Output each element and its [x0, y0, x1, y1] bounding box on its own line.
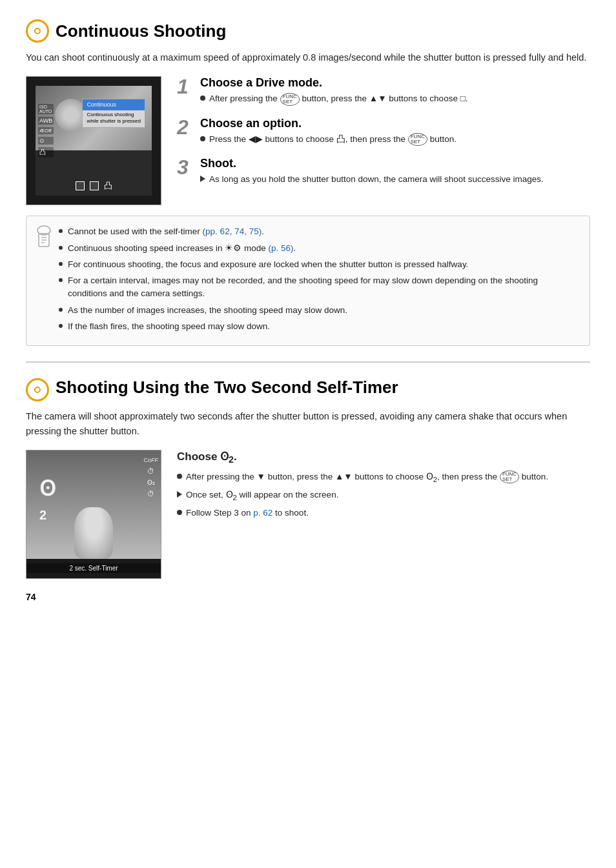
- cam1-grid-icon: 凸: [104, 180, 112, 192]
- cam2-label-text: 2 sec. Self-Timer: [26, 563, 161, 573]
- cam1-drive-icon: 凸: [38, 147, 54, 157]
- step2-bullet-1: Press the ◀▶ buttons to choose 凸, then p…: [200, 133, 457, 146]
- note-dot-4: [59, 278, 63, 282]
- icon-inner-circle-2: [34, 387, 41, 393]
- section2-bullets: After pressing the ▼ button, press the ▲…: [177, 470, 590, 520]
- cam2-person-silhouette: [74, 507, 113, 559]
- note-text-1: Cannot be used with the self-timer (pp. …: [68, 225, 264, 238]
- step2-number: 2: [177, 117, 195, 137]
- step2-content: Choose an option. Press the ◀▶ buttons t…: [200, 117, 457, 148]
- section1-content-row: P ISOAUTO AWB ÆOff ⊙ 凸 Continuous Contin…: [26, 76, 590, 205]
- section2-bullet-1: After pressing the ▼ button, press the ▲…: [177, 470, 590, 485]
- continuous-shooting-icon: [26, 19, 49, 43]
- step1-bullet-1-text: After pressing the FUNCSET button, press…: [209, 92, 468, 105]
- section1-steps: 1 Choose a Drive mode. After pressing th…: [177, 76, 590, 205]
- note-text-5: As the number of images increases, the s…: [68, 304, 347, 317]
- s2-bullet-1-text: After pressing the ▼ button, press the ▲…: [186, 470, 548, 485]
- note-item-6: If the flash fires, the shooting speed m…: [59, 320, 579, 333]
- section2-bullet-2: Once set, ʘ2 will appear on the screen.: [177, 489, 590, 503]
- step2-bullets: Press the ◀▶ buttons to choose 凸, then p…: [200, 133, 457, 146]
- step2-block: 2 Choose an option. Press the ◀▶ buttons…: [177, 117, 590, 148]
- section1-title-row: Continuous Shooting: [26, 19, 590, 43]
- step3-content: Shoot. As long as you hold the shutter b…: [200, 157, 544, 188]
- cam1-aoff-icon: ÆOff: [38, 127, 54, 134]
- cam2-self-timer-icon-2: ⏱: [147, 490, 154, 498]
- note-text-4: For a certain interval, images may not b…: [68, 274, 579, 301]
- note-dot-5: [59, 308, 63, 312]
- cam2-coff-icon: CoFF: [143, 457, 158, 463]
- section1-intro: You can shoot continuously at a maximum …: [26, 50, 590, 65]
- cam1-iso-icon: ISOAUTO: [38, 104, 54, 114]
- note-item-4: For a certain interval, images may not b…: [59, 274, 579, 301]
- icon-inner-circle: [34, 28, 41, 34]
- section2-intro: The camera will shoot approximately two …: [26, 409, 590, 438]
- step3-bullets: As long as you hold the shutter button d…: [200, 173, 544, 186]
- step1-heading: Choose a Drive mode.: [200, 76, 468, 90]
- self-timer-section-icon: [26, 378, 49, 401]
- step3-bullet-1-text: As long as you hold the shutter button d…: [209, 173, 544, 186]
- bullet-circle-icon-2: [200, 136, 205, 141]
- cam1-overlay-menu: Continuous Continuous shootingwhile shut…: [82, 99, 145, 127]
- cam1-wb-icon: AWB: [38, 117, 54, 125]
- section1-continuous-shooting: Continuous Shooting You can shoot contin…: [26, 19, 590, 346]
- cam1-sidebar-left: ISOAUTO AWB ÆOff ⊙ 凸: [38, 104, 54, 157]
- section2-self-timer: Shooting Using the Two Second Self-Timer…: [26, 378, 590, 579]
- s2-bullet-triangle: [177, 491, 182, 498]
- note-dot-3: [59, 262, 63, 266]
- step3-bullet-1: As long as you hold the shutter button d…: [200, 173, 544, 186]
- step1-content: Choose a Drive mode. After pressing the …: [200, 76, 468, 107]
- func-btn-icon-2: FUNCSET: [408, 133, 427, 146]
- note-text-2: Continuous shooting speed increases in ☀…: [68, 242, 296, 255]
- section1-heading: Continuous Shooting: [56, 21, 226, 41]
- s2-bullet-circle-2: [177, 510, 182, 515]
- cam1-bottom-icon-1: [76, 181, 85, 190]
- bullet-circle-icon: [200, 96, 205, 101]
- note-dot-6: [59, 324, 63, 328]
- note-text-3: For continuous shooting, the focus and e…: [68, 258, 468, 271]
- step3-block: 3 Shoot. As long as you hold the shutter…: [177, 157, 590, 188]
- func-btn-icon-3: FUNCSET: [500, 470, 519, 483]
- s2-bullet-3-text: Follow Step 3 on p. 62 to shoot.: [186, 507, 309, 520]
- cam2-timer2-icon: ʘ₂: [147, 479, 155, 486]
- step1-bullet-1: After pressing the FUNCSET button, press…: [200, 92, 468, 105]
- step1-block: 1 Choose a Drive mode. After pressing th…: [177, 76, 590, 107]
- section2-bullet-3: Follow Step 3 on p. 62 to shoot.: [177, 507, 590, 520]
- note-item-3: For continuous shooting, the focus and e…: [59, 258, 579, 271]
- page-number: 74: [26, 592, 590, 602]
- s2-bullet-circle-1: [177, 474, 182, 479]
- notes-list: Cannot be used with the self-timer (pp. …: [59, 225, 579, 333]
- note-dot-1: [59, 229, 63, 233]
- step3-number: 3: [177, 157, 195, 177]
- section-divider: [26, 361, 590, 363]
- s2-page-link[interactable]: p. 62: [253, 508, 272, 518]
- section1-camera-image: P ISOAUTO AWB ÆOff ⊙ 凸 Continuous Contin…: [26, 76, 161, 205]
- note-link-2[interactable]: (p. 56): [268, 243, 293, 253]
- step2-bullet-1-text: Press the ◀▶ buttons to choose 凸, then p…: [209, 133, 457, 146]
- step2-heading: Choose an option.: [200, 117, 457, 130]
- cam1-bottom-icons: 凸: [36, 180, 152, 192]
- cam1-bottom-icon-2: [90, 181, 99, 190]
- cam2-timer-2-display: ʘ2: [39, 476, 56, 525]
- section1-notes-box: Cannot be used with the self-timer (pp. …: [26, 216, 590, 346]
- step1-bullets: After pressing the FUNCSET button, press…: [200, 92, 468, 105]
- note-text-6: If the flash fires, the shooting speed m…: [68, 320, 270, 333]
- bullet-triangle-icon: [200, 176, 205, 182]
- note-item-5: As the number of images increases, the s…: [59, 304, 579, 317]
- note-pencil-icon: [34, 225, 54, 245]
- section2-heading: Shooting Using the Two Second Self-Timer: [56, 378, 398, 398]
- section2-camera-image: ʘ2 CoFF ⏱ ʘ₂ ⏱ 2 sec. Self-Timer: [26, 450, 161, 579]
- cam1-screen-inner: P ISOAUTO AWB ÆOff ⊙ 凸 Continuous Contin…: [36, 86, 152, 196]
- section2-choose-heading: Choose ʘ2.: [177, 450, 590, 465]
- section2-content-row: ʘ2 CoFF ⏱ ʘ₂ ⏱ 2 sec. Self-Timer Choose …: [26, 450, 590, 579]
- cam1-menu-item-1: Continuous: [83, 99, 145, 110]
- func-btn-icon: FUNCSET: [280, 93, 300, 106]
- note-item-2: Continuous shooting speed increases in ☀…: [59, 242, 579, 255]
- cam1-macro-icon: ⊙: [38, 137, 54, 145]
- cam2-sidebar-right: CoFF ⏱ ʘ₂ ⏱: [143, 457, 158, 498]
- step3-heading: Shoot.: [200, 157, 544, 170]
- note-dot-2: [59, 246, 63, 250]
- section2-choose-block: Choose ʘ2. After pressing the ▼ button, …: [177, 450, 590, 579]
- note-item-1: Cannot be used with the self-timer (pp. …: [59, 225, 579, 238]
- s2-bullet-2-text: Once set, ʘ2 will appear on the screen.: [186, 489, 338, 503]
- note-link-1[interactable]: (pp. 62, 74, 75): [203, 227, 262, 236]
